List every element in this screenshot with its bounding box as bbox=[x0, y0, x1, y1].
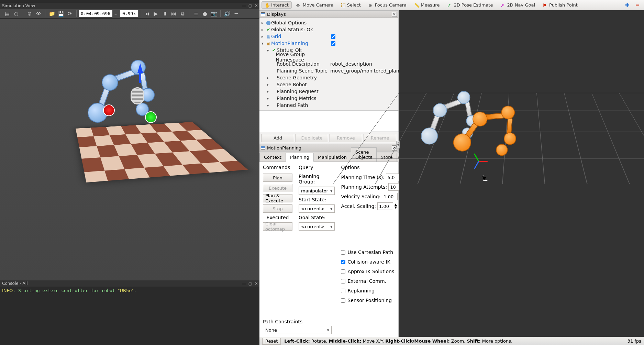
pose-icon: ➚ bbox=[447, 3, 452, 8]
console-output[interactable]: INFO: INFO: Starting extern controller f… bbox=[0, 287, 259, 345]
tool-2d-pose[interactable]: ➚2D Pose Estimate bbox=[444, 1, 496, 9]
save-icon[interactable]: 💾 bbox=[56, 9, 65, 18]
menu-icon[interactable]: ▤ bbox=[3, 9, 12, 18]
use-cartesian-checkbox[interactable] bbox=[341, 250, 345, 255]
tool-measure[interactable]: 📏Measure bbox=[411, 1, 443, 9]
open-icon[interactable]: 📁 bbox=[47, 9, 56, 18]
sim-window-title: Simulation View bbox=[2, 3, 35, 9]
grid-checkbox[interactable] bbox=[331, 34, 335, 39]
console-maximize-icon[interactable]: ▢ bbox=[247, 280, 253, 287]
sim-3d-viewport[interactable] bbox=[0, 19, 259, 280]
sim-speed-display: 0.99x bbox=[120, 10, 138, 17]
view-mode-icon[interactable]: ⊚ bbox=[25, 9, 34, 18]
gizmo-x-handle-icon[interactable] bbox=[103, 104, 115, 116]
visibility-icon[interactable]: 👁 bbox=[34, 9, 43, 18]
execute-button[interactable]: Execute bbox=[263, 184, 292, 192]
tab-manipulation[interactable]: Manipulation bbox=[313, 153, 351, 162]
play-icon[interactable]: ▶ bbox=[151, 9, 160, 18]
record-icon[interactable]: ○ bbox=[12, 9, 21, 18]
remove-button[interactable]: Remove bbox=[330, 134, 362, 142]
volume-slider-icon[interactable]: ━ bbox=[232, 9, 241, 18]
move-camera-icon: ✥ bbox=[296, 3, 301, 8]
minimize-icon[interactable]: — bbox=[241, 3, 247, 9]
plan-button[interactable]: Plan bbox=[263, 174, 292, 182]
displays-tree[interactable]: ▸⬤Global Options ▸✔Global Status: Ok ▸▦G… bbox=[259, 18, 330, 110]
tab-planning[interactable]: Planning bbox=[286, 153, 314, 162]
select-icon bbox=[341, 3, 345, 7]
console-minimize-icon[interactable]: — bbox=[241, 280, 247, 287]
tool-interact[interactable]: ✋Interact bbox=[262, 1, 292, 9]
approx-ik-checkbox[interactable] bbox=[341, 269, 345, 274]
gizmo-y-handle-icon[interactable] bbox=[145, 111, 157, 123]
clear-octomap-button[interactable]: Clear octomap bbox=[263, 222, 292, 231]
window-icon bbox=[261, 146, 265, 150]
rviz-3d-viewport[interactable]: ◂ bbox=[399, 10, 644, 337]
console-titlebar: Console - All — ▢ ✕ bbox=[0, 280, 259, 287]
stop-button[interactable]: Stop bbox=[263, 204, 292, 213]
motionplanning-checkbox[interactable] bbox=[331, 41, 335, 46]
goal-state-dropdown[interactable]: <current> bbox=[299, 222, 335, 231]
tool-focus-camera[interactable]: ⊕Focus Camera bbox=[365, 1, 410, 9]
sim-window-titlebar: Simulation View — ▢ ✕ bbox=[0, 3, 259, 9]
reset-button[interactable]: Reset bbox=[262, 338, 281, 345]
sound-icon[interactable]: 🔊 bbox=[223, 9, 232, 18]
remove-tool-icon[interactable]: ━ bbox=[633, 1, 642, 10]
fps-display: 31 fps bbox=[628, 338, 641, 344]
tab-context[interactable]: Context bbox=[259, 153, 286, 162]
snapshot-marker-icon[interactable]: ● bbox=[200, 9, 209, 18]
step-back-icon[interactable]: ⏮ bbox=[142, 9, 151, 18]
robot-arm[interactable] bbox=[86, 56, 175, 132]
tool-publish-point[interactable]: ⚑Publish Point bbox=[540, 1, 581, 9]
list-icon[interactable]: ≡ bbox=[191, 9, 200, 18]
nav-goal-icon: ➚ bbox=[500, 3, 505, 8]
path-constraints-dropdown[interactable]: None bbox=[263, 326, 332, 334]
rviz-toolbar: ✋Interact ✥Move Camera Select ⊕Focus Cam… bbox=[259, 0, 644, 10]
replanning-checkbox[interactable] bbox=[341, 289, 345, 293]
interactive-marker-icon[interactable] bbox=[471, 151, 489, 169]
start-state-dropdown[interactable]: <current> bbox=[299, 204, 335, 213]
publish-point-icon: ⚑ bbox=[543, 3, 547, 8]
step-fwd-icon[interactable]: ⏭ bbox=[169, 9, 178, 18]
command-status: Executed bbox=[263, 215, 292, 220]
displays-close-icon[interactable]: ✕ bbox=[392, 12, 397, 17]
close-icon[interactable]: ✕ bbox=[253, 3, 259, 9]
external-comm-checkbox[interactable] bbox=[341, 279, 345, 283]
maximize-icon[interactable]: ▢ bbox=[247, 3, 253, 9]
add-tool-icon[interactable]: ✚ bbox=[623, 1, 632, 10]
sim-toolbar: ▤ ○ ⊚ 👁 📁 💾 ⟳ 0:04:09:696 – 0.99x ⏮ ▶ ⏸ … bbox=[0, 9, 259, 19]
displays-values[interactable]: robot_description move_group/monitored_p… bbox=[330, 18, 398, 110]
camera-icon[interactable]: 📷 bbox=[209, 9, 218, 18]
tool-select[interactable]: Select bbox=[338, 1, 364, 9]
measure-icon: 📏 bbox=[414, 3, 419, 8]
app-menubar bbox=[0, 0, 259, 3]
accel-spinner[interactable]: 1.00 bbox=[377, 202, 393, 210]
console-close-icon[interactable]: ✕ bbox=[253, 280, 259, 287]
plan-execute-button[interactable]: Plan & Execute bbox=[263, 194, 292, 202]
velocity-spinner[interactable]: 1.00 bbox=[382, 193, 398, 200]
sensor-pos-checkbox[interactable] bbox=[341, 298, 345, 303]
planning-group-dropdown[interactable]: manipulator bbox=[299, 187, 335, 195]
interact-icon: ✋ bbox=[265, 3, 269, 8]
collision-ik-checkbox[interactable] bbox=[341, 260, 345, 264]
console-title: Console - All bbox=[2, 281, 27, 286]
pause-icon[interactable]: ⏸ bbox=[160, 9, 169, 18]
multiview-icon[interactable]: ⧉ bbox=[178, 9, 187, 18]
gizmo-z-arrow-icon[interactable] bbox=[137, 63, 143, 73]
spinner-up-down-icon[interactable]: ▲▼ bbox=[395, 203, 397, 209]
duplicate-button[interactable]: Duplicate bbox=[296, 134, 328, 142]
tool-2d-nav-goal[interactable]: ➚2D Nav Goal bbox=[497, 1, 538, 9]
add-button[interactable]: Add bbox=[262, 134, 294, 142]
displays-panel-title[interactable]: Displays ✕ bbox=[259, 10, 398, 18]
focus-icon: ⊕ bbox=[368, 3, 373, 8]
window-icon bbox=[261, 12, 265, 16]
rviz-status-bar: Reset Left-Click: Rotate. Middle-Click: … bbox=[259, 337, 644, 345]
sim-time-display: 0:04:09:696 bbox=[79, 10, 112, 17]
reload-icon[interactable]: ⟳ bbox=[65, 9, 74, 18]
tool-move-camera[interactable]: ✥Move Camera bbox=[293, 1, 337, 9]
